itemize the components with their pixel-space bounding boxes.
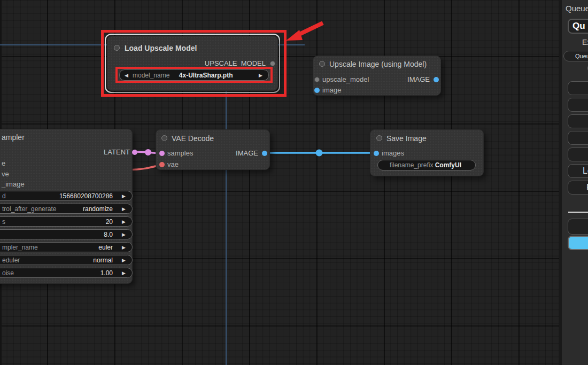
annotation-arrow-icon: [278, 16, 331, 48]
node-title[interactable]: VAE Decode: [172, 134, 214, 143]
stepper-right-icon[interactable]: ▶: [122, 193, 126, 199]
widget-value: euler: [98, 244, 113, 251]
input-label-fragment: ve: [2, 170, 9, 178]
output-slot-image[interactable]: [262, 151, 267, 156]
annotation-highlight-box-inner: [115, 67, 273, 83]
output-label-image: IMAGE: [236, 149, 258, 157]
stepper-right-icon[interactable]: ▶: [122, 232, 126, 237]
input-label-upscale-model: upscale_model: [322, 75, 369, 83]
stepper-right-icon[interactable]: ▶: [122, 219, 126, 224]
stepper-right-icon[interactable]: ▶: [122, 206, 126, 212]
widget-scheduler[interactable]: eduler normal ▶: [0, 255, 133, 265]
menu-button-label: Lo: [583, 166, 588, 176]
latent-link-midpoint-dot[interactable]: [145, 149, 151, 156]
node-title[interactable]: ampler: [2, 133, 25, 142]
menu-button-4[interactable]: C: [568, 131, 588, 145]
menu-button-1[interactable]: [568, 81, 588, 95]
widget-label: d: [2, 192, 6, 200]
widget-value: normal: [93, 257, 113, 264]
output-slot-latent[interactable]: [132, 150, 137, 155]
widget-control-after-generate[interactable]: trol_after_generate randomize ▶: [0, 204, 133, 214]
input-slot-upscale-model[interactable]: [314, 77, 320, 82]
widget-value: ComfyUI: [435, 161, 461, 169]
node-upscale-image[interactable]: Upscale Image (using Model) upscale_mode…: [313, 56, 441, 96]
widget-cfg[interactable]: 8.0 ▶: [0, 229, 133, 239]
widget-value: 20: [106, 218, 113, 226]
input-slot-samples[interactable]: [159, 151, 165, 156]
node-collapse-dot-icon[interactable]: [376, 135, 382, 141]
queue-front-label: Queue: [575, 53, 588, 59]
menu-button-3[interactable]: [568, 114, 588, 128]
widget-seed[interactable]: d 156680208700286 ▶: [0, 191, 133, 201]
input-label-images: images: [382, 149, 404, 157]
output-label-image: IMAGE: [407, 75, 430, 83]
widget-label: trol_after_generate: [2, 205, 56, 213]
annotation-highlight-box-outer: [101, 30, 287, 97]
node-title[interactable]: Upscale Image (using Model): [329, 60, 427, 68]
output-slot-image[interactable]: [434, 77, 439, 82]
app-window: ampler LATENT e ve _image d 156680208700…: [0, 0, 588, 365]
widget-value: randomize: [83, 205, 113, 213]
widget-label: eduler: [2, 257, 20, 264]
widget-steps[interactable]: s 20 ▶: [0, 216, 133, 227]
widget-value: 1.00: [100, 269, 113, 277]
widget-label: oise: [2, 269, 14, 277]
input-slot-image[interactable]: [314, 88, 320, 93]
extra-options-label: Ex: [582, 38, 588, 46]
widget-label: mpler_name: [2, 244, 38, 251]
output-label-latent: LATENT: [104, 148, 130, 156]
input-label-fragment: _image: [2, 180, 25, 188]
node-vae-decode[interactable]: VAE Decode samples IMAGE vae: [156, 129, 270, 170]
image-link-midpoint-dot[interactable]: [316, 150, 323, 157]
menu-separator: [568, 212, 588, 213]
stepper-right-icon[interactable]: ▶: [122, 270, 126, 276]
widget-sampler-name[interactable]: mpler_name euler ▶: [0, 242, 133, 252]
node-ksampler[interactable]: ampler LATENT e ve _image d 156680208700…: [0, 129, 133, 284]
input-label-image: image: [322, 86, 341, 94]
stepper-right-icon[interactable]: ▶: [122, 258, 126, 263]
input-slot-vae[interactable]: [159, 162, 165, 167]
node-save-image[interactable]: Save Image images filename_prefix ComfyU…: [370, 129, 484, 176]
menu-button-2[interactable]: [568, 98, 588, 112]
menu-button-6[interactable]: Lo: [568, 164, 588, 178]
input-label-samples: samples: [167, 149, 193, 157]
queue-prompt-label: Qu: [572, 21, 585, 32]
queue-front-button[interactable]: Queue: [563, 51, 588, 61]
menu-button-5[interactable]: [568, 147, 588, 161]
menu-button-7[interactable]: R: [568, 181, 588, 195]
widget-value: 8.0: [104, 231, 113, 238]
queue-prompt-button[interactable]: Qu: [568, 19, 588, 34]
widget-label: s: [2, 218, 5, 226]
widget-label: filename_prefix: [390, 161, 433, 169]
widget-filename-prefix[interactable]: filename_prefix ComfyUI: [377, 160, 476, 170]
menu-bottom-button-2[interactable]: [568, 236, 588, 250]
widget-denoise[interactable]: oise 1.00 ▶: [0, 268, 133, 278]
menu-bottom-button-1[interactable]: [568, 219, 588, 235]
menu-panel: Queue Qu Ex Queue C Lo R: [559, 0, 588, 365]
input-label-fragment: e: [2, 159, 5, 167]
node-title[interactable]: Save Image: [386, 134, 427, 143]
node-collapse-dot-icon[interactable]: [319, 61, 325, 67]
input-slot-images[interactable]: [374, 151, 379, 156]
node-collapse-dot-icon[interactable]: [161, 135, 167, 141]
queue-size-label: Queue: [566, 4, 588, 13]
stepper-right-icon[interactable]: ▶: [122, 245, 126, 250]
widget-value: 156680208700286: [59, 192, 113, 200]
input-label-vae: vae: [167, 160, 179, 168]
